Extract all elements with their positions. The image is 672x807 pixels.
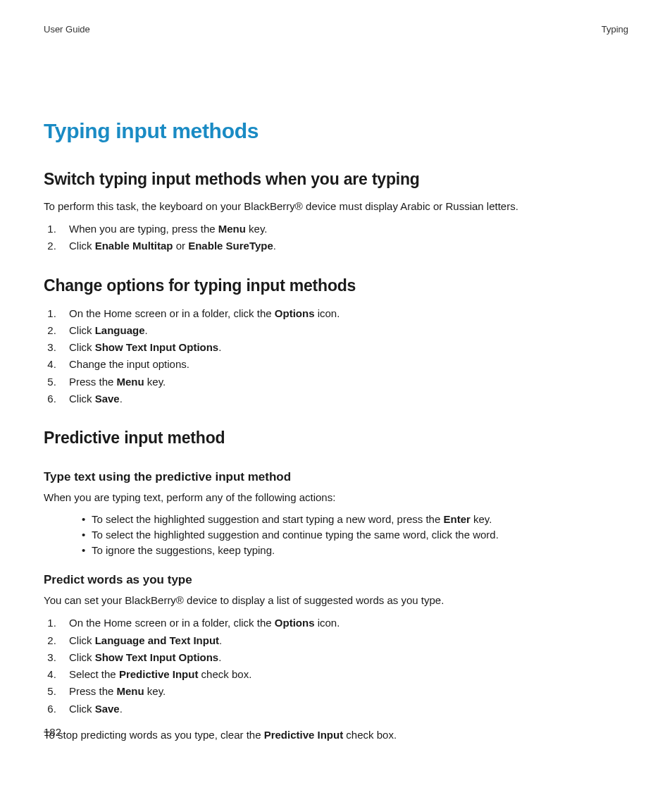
list-item: Change the input options.: [59, 356, 628, 372]
sub-predict-heading: Predict words as you type: [44, 573, 628, 587]
sub-type-text-intro: When you are typing text, perform any of…: [44, 490, 628, 505]
list-item: Click Language and Text Input.: [59, 632, 628, 648]
list-item: On the Home screen or in a folder, click…: [59, 305, 628, 321]
list-item: To ignore the suggestions, keep typing.: [82, 543, 628, 558]
sub-type-text-heading: Type text using the predictive input met…: [44, 470, 628, 484]
section-switch-heading: Switch typing input methods when you are…: [44, 170, 628, 189]
sub-type-text-bullets: To select the highlighted suggestion and…: [44, 512, 628, 557]
page-number: 182: [44, 726, 61, 738]
page-title: Typing input methods: [44, 119, 628, 143]
page-header: User Guide Typing: [44, 24, 628, 35]
header-left: User Guide: [44, 24, 90, 35]
list-item: Select the Predictive Input check box.: [59, 666, 628, 682]
list-item: Click Show Text Input Options.: [59, 649, 628, 665]
sub-predict-outro: To stop predicting words as you type, cl…: [44, 727, 628, 742]
list-item: Click Save.: [59, 701, 628, 717]
sub-predict-intro: You can set your BlackBerry® device to d…: [44, 593, 628, 608]
list-item: To select the highlighted suggestion and…: [82, 512, 628, 527]
section-change-steps: On the Home screen or in a folder, click…: [44, 305, 628, 407]
section-switch-intro: To perform this task, the keyboard on yo…: [44, 199, 628, 214]
page-container: User Guide Typing Typing input methods S…: [0, 0, 672, 777]
sub-predict-steps: On the Home screen or in a folder, click…: [44, 615, 628, 717]
section-change-heading: Change options for typing input methods: [44, 276, 628, 295]
section-switch-steps: When you are typing, press the Menu key.…: [44, 221, 628, 254]
list-item: Press the Menu key.: [59, 683, 628, 699]
list-item: On the Home screen or in a folder, click…: [59, 615, 628, 631]
list-item: When you are typing, press the Menu key.: [59, 221, 628, 237]
list-item: Click Save.: [59, 390, 628, 407]
list-item: Click Language.: [59, 322, 628, 338]
section-predictive-heading: Predictive input method: [44, 429, 628, 448]
list-item: To select the highlighted suggestion and…: [82, 527, 628, 543]
list-item: Press the Menu key.: [59, 374, 628, 390]
header-right: Typing: [602, 24, 628, 35]
list-item: Click Enable Multitap or Enable SureType…: [59, 238, 628, 254]
list-item: Click Show Text Input Options.: [59, 339, 628, 355]
